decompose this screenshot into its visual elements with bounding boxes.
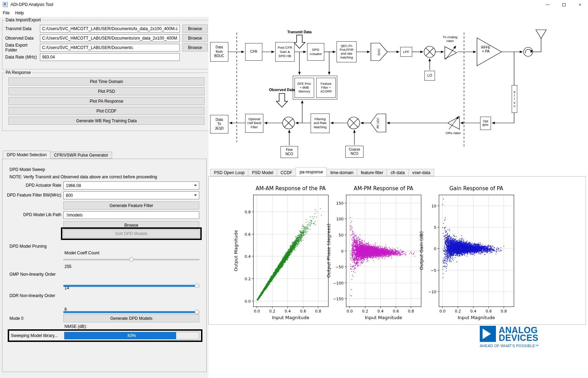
model-coeff-count-value: 255 — [64, 264, 71, 269]
sweep-progress-bar: 83% — [64, 332, 199, 339]
transmit-data-browse-button[interactable]: Browse — [182, 25, 208, 33]
tab-psd-model[interactable]: PSD Model — [248, 169, 277, 176]
adi-tagline: AHEAD OF WHAT'S POSSIBLE™ — [480, 344, 548, 348]
ddr-order-label: DDR Non-linearity Order — [9, 293, 55, 298]
plot-tabbar: PSD Open Loop PSD Model CCDF pa-response… — [210, 167, 434, 176]
minimize-button[interactable] — [540, 0, 556, 9]
dpd-feature-filter-bw-label: DPD Feature Filter BW(MHz) — [5, 193, 61, 198]
highlight-frame-sort-button: Sort DPD Models — [61, 227, 202, 240]
diagram-label-orx-atten: ORx Atten — [441, 131, 466, 135]
mode-label: Mode 0 — [9, 316, 23, 321]
transmit-data-input[interactable] — [40, 25, 180, 33]
transmit-data-label: Transmit Data — [5, 26, 40, 31]
dpd-model-lib-path-label: DPD Model Lib Path — [5, 212, 61, 217]
left-panel: Data Import/Export Transmit Data Browse … — [0, 17, 208, 378]
maximize-icon — [562, 3, 566, 6]
diagram-connections — [208, 17, 588, 167]
tab-dpd-model-selection[interactable]: DPD Model Selection — [3, 151, 50, 159]
slider-fill — [63, 285, 199, 287]
diagram-box-dpd-actuator: DPD Actuator — [307, 43, 324, 61]
analog-devices-logo: ANALOG DEVICES AHEAD OF WHAT'S POSSIBLE™ — [480, 326, 548, 348]
data-export-folder-browse-button[interactable]: Browse — [182, 43, 208, 51]
tab-time-domain[interactable]: time-domain — [326, 169, 357, 176]
maximize-button[interactable] — [556, 0, 572, 9]
generate-wb-reg-training-button[interactable]: Generate WB Reg Training Data — [8, 117, 205, 125]
tab-vswr-data[interactable]: vswr-data — [408, 169, 434, 176]
tab-cfr-data[interactable]: cfr-data — [387, 169, 409, 176]
slider-fill — [63, 311, 199, 313]
dpd-actuator-rate-select[interactable]: 1966.08 — [63, 181, 199, 190]
data-export-folder-label: Data Export Folder — [5, 43, 40, 53]
diagram-box-cfr: CFR — [245, 43, 262, 61]
gmp-order-label: GMP Non-linearity Order — [9, 272, 56, 277]
diagram-label-tx-analog-atten: Tx Analog Atten — [436, 35, 464, 43]
plot-psd-button[interactable]: Plot PSD — [8, 87, 205, 95]
data-import-export-title: Data Import/Export — [5, 18, 42, 22]
generate-feature-filter-button[interactable]: Generate Feature Filter — [63, 201, 199, 209]
close-button[interactable]: × — [572, 0, 588, 9]
diagram-box-lpf: LPF — [400, 47, 412, 57]
diagram-box-atten: a t t e n — [512, 85, 517, 113]
tab-feature-filter[interactable]: feature-filter — [357, 169, 387, 176]
diagram-label-transmit-data: Transmit Data — [283, 30, 316, 34]
diagram-label-rf-adc: RF ADC — [371, 114, 386, 132]
titlebar: ADI-DPD Analysis Tool × — [0, 0, 588, 9]
plot-time-domain-button[interactable]: Plot Time Domain — [8, 77, 205, 85]
diagram-label-rffe-pa: RFFE + PA — [477, 46, 494, 53]
observed-data-input[interactable] — [40, 34, 180, 42]
plot-pa-response-button[interactable]: Plot PA Response — [8, 97, 205, 105]
dpd-feature-filter-bw-value: 800 — [66, 193, 194, 198]
dpd-model-selection-pane: DPD Model Sweep NOTE: Verify Transmit an… — [2, 159, 207, 372]
pa-response-group: PA Response Plot Time Domain Plot PSD Pl… — [2, 70, 211, 131]
tab-pa-response[interactable]: pa-response — [296, 167, 327, 176]
data-rate-label: Data Rate (MHz) — [5, 55, 40, 60]
minimize-icon — [546, 5, 549, 5]
highlight-frame-progress: Sweeping Model library... 83% — [8, 329, 202, 342]
ddr-order-slider[interactable] — [63, 310, 199, 315]
diagram-box-feature-filter: Feature Filter + XCORR — [316, 78, 336, 98]
diagram-box-qec: QEC,PA Prot,PFIR and rate matching — [337, 41, 357, 62]
diagram-box-coarse-nco: Coarse NCO — [345, 146, 364, 158]
chevron-down-icon — [194, 194, 197, 196]
model-coeff-count-slider[interactable] — [63, 257, 199, 262]
observed-data-browse-button[interactable]: Browse — [182, 34, 208, 42]
model-coeff-count-label: Model Coeff Count — [64, 250, 99, 255]
diagram-box-opt-bpf: Opt BPF — [480, 117, 491, 130]
signal-chain-diagram: Data from BDUC CFR Post CFR Gain & DPD H… — [208, 17, 588, 167]
data-export-folder-input[interactable] — [40, 44, 180, 51]
plot-ccdf-button[interactable]: Plot CCDF — [8, 107, 205, 115]
app-icon — [3, 2, 8, 7]
slider-handle[interactable] — [195, 283, 199, 288]
tab-psd-open-loop[interactable]: PSD Open Loop — [210, 169, 248, 176]
left-tabbar: DPD Model Selection CFR/VSWR Pulse Gener… — [3, 151, 112, 159]
nmse-label: NMSE (dB): — [64, 324, 87, 329]
generate-dpd-models-button[interactable]: Generate DPD Models — [63, 314, 199, 322]
window-title: ADI-DPD Analysis Tool — [11, 2, 53, 7]
slider-handle[interactable] — [129, 257, 134, 262]
observed-data-label: Observed Data — [5, 36, 40, 41]
data-rate-input[interactable] — [40, 53, 180, 61]
pa-response-plot-pane — [208, 176, 586, 325]
sort-dpd-models-button[interactable]: Sort DPD Models — [63, 229, 200, 238]
dpd-model-pruning-title: DPD Model Pruning — [9, 244, 47, 249]
observed-data-arrow — [276, 94, 288, 107]
menu-help[interactable]: Help — [12, 9, 27, 17]
diagram-box-data-to-jesd: Data To JESD — [210, 115, 228, 133]
menu-file[interactable]: File — [0, 9, 12, 17]
diagram-box-post-cfr: Post CFR Gain & DPD HB — [275, 42, 295, 62]
diagram-box-data-from-bduc: Data from BDUC — [210, 42, 228, 62]
sweep-note: NOTE: Verify Transmit and Observed data … — [9, 174, 157, 179]
diagram-label-observed-data: Observed Data — [265, 88, 298, 92]
menubar: File Help — [0, 9, 588, 17]
pa-response-title: PA Response — [5, 70, 32, 75]
gmp-order-slider[interactable] — [63, 283, 199, 288]
progress-percent-text: 83% — [64, 333, 199, 338]
slider-handle[interactable] — [195, 310, 199, 314]
right-panel: Data from BDUC CFR Post CFR Gain & DPD H… — [208, 17, 588, 378]
dpd-model-sweep-title: DPD Model Sweep — [9, 167, 45, 172]
pa-response-charts — [209, 177, 585, 324]
tab-ccdf[interactable]: CCDF — [277, 169, 296, 176]
dpd-model-lib-path-input[interactable] — [63, 211, 199, 219]
tab-cfr-vswr-pulse-generator[interactable]: CFR/VSWR Pulse Generator — [50, 152, 112, 159]
dpd-feature-filter-bw-select[interactable]: 800 — [63, 191, 199, 199]
